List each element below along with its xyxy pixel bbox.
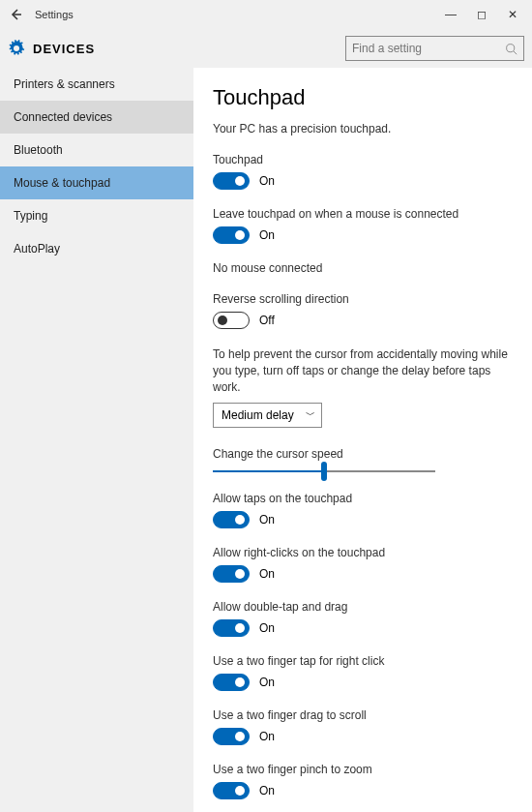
titlebar: Settings — ◻ ✕ xyxy=(0,0,532,29)
touchpad-label: Touchpad xyxy=(213,153,513,166)
allow-dbl-drag-label: Allow double-tap and drag xyxy=(213,600,513,614)
sidebar-item-bluetooth[interactable]: Bluetooth xyxy=(0,134,193,166)
page-title: Touchpad xyxy=(213,85,513,110)
reverse-scroll-toggle[interactable] xyxy=(213,312,250,329)
allow-taps-toggle[interactable] xyxy=(213,511,250,528)
allow-right-toggle[interactable] xyxy=(213,565,250,583)
two-finger-scroll-toggle[interactable] xyxy=(213,728,250,745)
tap-delay-value: Medium delay xyxy=(222,408,294,422)
two-finger-right-label: Use a two finger tap for right click xyxy=(213,654,513,668)
allow-taps-label: Allow taps on the touchpad xyxy=(213,492,513,505)
sidebar-item-typing[interactable]: Typing xyxy=(0,199,193,232)
chevron-down-icon: ﹀ xyxy=(306,408,315,422)
allow-right-state: On xyxy=(259,567,275,581)
svg-line-1 xyxy=(514,50,517,53)
content: Touchpad Your PC has a precision touchpa… xyxy=(193,68,532,812)
slider-thumb[interactable] xyxy=(321,462,327,481)
mouse-status: No mouse connected xyxy=(213,261,513,275)
window-title: Settings xyxy=(35,9,435,20)
minimize-button[interactable]: — xyxy=(435,3,466,26)
sidebar-item-mouse-touchpad[interactable]: Mouse & touchpad xyxy=(0,166,193,199)
leave-on-mouse-label: Leave touchpad on when a mouse is connec… xyxy=(213,207,513,221)
search-box[interactable] xyxy=(345,36,524,61)
allow-dbl-drag-state: On xyxy=(259,621,275,635)
two-finger-right-toggle[interactable] xyxy=(213,674,250,691)
two-finger-scroll-label: Use a two finger drag to scroll xyxy=(213,708,513,722)
two-finger-scroll-state: On xyxy=(259,730,275,743)
close-button[interactable]: ✕ xyxy=(497,3,528,26)
tap-delay-dropdown[interactable]: Medium delay ﹀ xyxy=(213,403,322,428)
two-finger-right-state: On xyxy=(259,676,275,689)
page-subtitle: Your PC has a precision touchpad. xyxy=(213,122,513,135)
search-input[interactable] xyxy=(352,42,505,55)
gear-icon xyxy=(8,40,25,57)
maximize-button[interactable]: ◻ xyxy=(466,3,497,26)
leave-on-mouse-toggle[interactable] xyxy=(213,226,250,244)
cursor-speed-slider[interactable] xyxy=(213,470,435,472)
reverse-scroll-label: Reverse scrolling direction xyxy=(213,292,513,306)
touchpad-state: On xyxy=(259,174,275,188)
sidebar-item-printers[interactable]: Printers & scanners xyxy=(0,68,193,101)
two-finger-zoom-state: On xyxy=(259,784,275,797)
sidebar-item-connected-devices[interactable]: Connected devices xyxy=(0,101,193,134)
touchpad-toggle[interactable] xyxy=(213,172,250,190)
sidebar: Printers & scanners Connected devices Bl… xyxy=(0,68,193,812)
category-title: DEVICES xyxy=(33,42,345,56)
allow-right-label: Allow right-clicks on the touchpad xyxy=(213,546,513,559)
two-finger-zoom-toggle[interactable] xyxy=(213,782,250,799)
reverse-scroll-state: Off xyxy=(259,314,275,327)
sidebar-item-autoplay[interactable]: AutoPlay xyxy=(0,232,193,265)
two-finger-zoom-label: Use a two finger pinch to zoom xyxy=(213,763,513,776)
allow-dbl-drag-toggle[interactable] xyxy=(213,619,250,637)
tap-delay-help: To help prevent the cursor from accident… xyxy=(213,346,513,395)
back-button[interactable] xyxy=(4,3,27,26)
svg-point-0 xyxy=(507,44,515,51)
cursor-speed-label: Change the cursor speed xyxy=(213,447,513,461)
allow-taps-state: On xyxy=(259,513,275,526)
search-icon xyxy=(505,43,517,55)
header: DEVICES xyxy=(0,29,532,68)
leave-on-mouse-state: On xyxy=(259,228,275,242)
